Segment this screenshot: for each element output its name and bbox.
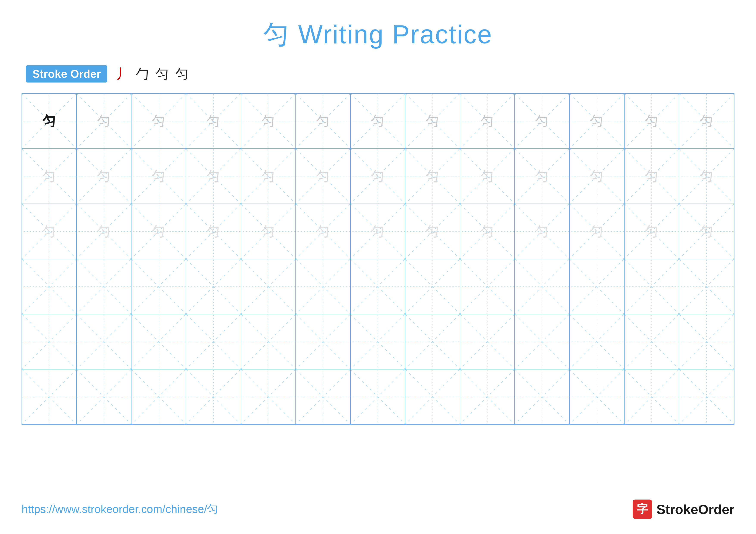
footer-url[interactable]: https://www.strokeorder.com/chinese/匀 (21, 502, 218, 517)
grid-cell[interactable]: 匀 (77, 369, 131, 424)
grid-cell[interactable]: 匀 (570, 204, 624, 259)
grid-cell[interactable]: 匀 (570, 314, 624, 369)
grid-cell[interactable]: 匀 (679, 369, 734, 424)
grid-cell[interactable]: 匀 (460, 259, 515, 314)
page: 匀 Writing Practice Stroke Order 丿 勹 匀 匀 … (0, 0, 756, 534)
grid-cell[interactable]: 匀 (460, 149, 515, 204)
grid-cell[interactable]: 匀 (570, 94, 624, 148)
cell-character: 匀 (262, 335, 275, 348)
grid-cell[interactable]: 匀 (131, 369, 186, 424)
grid-cell[interactable]: 匀 (625, 94, 679, 148)
grid-cell[interactable]: 匀 (131, 314, 186, 369)
grid-cell[interactable]: 匀 (515, 259, 570, 314)
grid-cell[interactable]: 匀 (625, 314, 679, 369)
grid-cell[interactable]: 匀 (186, 314, 241, 369)
grid-cell[interactable]: 匀 (405, 369, 460, 424)
grid-cell[interactable]: 匀 (405, 259, 460, 314)
grid-cell[interactable]: 匀 (186, 94, 241, 148)
grid-cell[interactable]: 匀 (515, 369, 570, 424)
grid-cell[interactable]: 匀 (77, 259, 131, 314)
brand-name: StrokeOrder (657, 502, 735, 517)
grid-row: 匀 匀 匀 匀 匀 匀 匀 匀 (22, 94, 734, 149)
grid-cell[interactable]: 匀 (186, 259, 241, 314)
grid-cell[interactable]: 匀 (351, 259, 405, 314)
grid-cell[interactable]: 匀 (405, 94, 460, 148)
grid-cell[interactable]: 匀 (186, 204, 241, 259)
grid-cell[interactable]: 匀 (405, 204, 460, 259)
cell-character: 匀 (426, 114, 439, 128)
grid-cell[interactable]: 匀 (241, 369, 296, 424)
grid-cell[interactable]: 匀 (296, 369, 351, 424)
stroke-order-badge: Stroke Order (26, 65, 107, 83)
grid-cell[interactable]: 匀 (515, 204, 570, 259)
grid-cell[interactable]: 匀 (351, 369, 405, 424)
grid-cell[interactable]: 匀 (22, 149, 77, 204)
grid-cell[interactable]: 匀 (460, 314, 515, 369)
grid-cell[interactable]: 匀 (351, 94, 405, 148)
grid-cell[interactable]: 匀 (625, 149, 679, 204)
grid-cell[interactable]: 匀 (77, 94, 131, 148)
cell-character: 匀 (207, 390, 220, 403)
cell-character: 匀 (426, 335, 439, 348)
grid-cell[interactable]: 匀 (625, 259, 679, 314)
grid-cell[interactable]: 匀 (131, 94, 186, 148)
grid-cell[interactable]: 匀 (515, 94, 570, 148)
grid-cell[interactable]: 匀 (570, 369, 624, 424)
grid-cell[interactable]: 匀 (241, 149, 296, 204)
cell-character: 匀 (700, 169, 713, 183)
grid-cell[interactable]: 匀 (625, 369, 679, 424)
grid-cell[interactable]: 匀 (625, 204, 679, 259)
grid-cell[interactable]: 匀 (22, 94, 77, 148)
grid-cell[interactable]: 匀 (570, 149, 624, 204)
grid-cell[interactable]: 匀 (241, 314, 296, 369)
grid-cell[interactable]: 匀 (186, 149, 241, 204)
grid-cell[interactable]: 匀 (351, 149, 405, 204)
grid-cell[interactable]: 匀 (296, 259, 351, 314)
grid-cell[interactable]: 匀 (22, 259, 77, 314)
grid-cell[interactable]: 匀 (296, 204, 351, 259)
grid-cell[interactable]: 匀 (351, 204, 405, 259)
grid-cell[interactable]: 匀 (22, 369, 77, 424)
grid-cell[interactable]: 匀 (296, 314, 351, 369)
grid-cell[interactable]: 匀 (405, 314, 460, 369)
grid-cell[interactable]: 匀 (460, 204, 515, 259)
cell-character: 匀 (97, 335, 111, 348)
cell-character: 匀 (42, 225, 56, 238)
cell-character: 匀 (645, 114, 659, 128)
cell-character: 匀 (262, 390, 275, 403)
grid-cell[interactable]: 匀 (131, 149, 186, 204)
grid-cell[interactable]: 匀 (679, 204, 734, 259)
grid-cell[interactable]: 匀 (679, 94, 734, 148)
grid-cell[interactable]: 匀 (241, 204, 296, 259)
cell-character: 匀 (316, 169, 330, 183)
grid-cell[interactable]: 匀 (131, 259, 186, 314)
grid-cell[interactable]: 匀 (241, 259, 296, 314)
grid-cell[interactable]: 匀 (515, 314, 570, 369)
grid-cell[interactable]: 匀 (22, 314, 77, 369)
grid-cell[interactable]: 匀 (351, 314, 405, 369)
grid-cell[interactable]: 匀 (241, 94, 296, 148)
grid-cell[interactable]: 匀 (186, 369, 241, 424)
grid-cell[interactable]: 匀 (296, 149, 351, 204)
grid-cell[interactable]: 匀 (77, 314, 131, 369)
cell-character: 匀 (535, 335, 549, 348)
grid-cell[interactable]: 匀 (22, 204, 77, 259)
cell-character: 匀 (152, 169, 165, 183)
cell-character: 匀 (371, 225, 385, 238)
cell-character: 匀 (481, 335, 494, 348)
grid-cell[interactable]: 匀 (679, 149, 734, 204)
grid-cell[interactable]: 匀 (131, 204, 186, 259)
grid-cell[interactable]: 匀 (77, 149, 131, 204)
cell-character: 匀 (207, 169, 220, 183)
grid-cell[interactable]: 匀 (570, 259, 624, 314)
grid-cell[interactable]: 匀 (405, 149, 460, 204)
grid-cell[interactable]: 匀 (77, 204, 131, 259)
grid-cell[interactable]: 匀 (515, 149, 570, 204)
grid-cell[interactable]: 匀 (460, 369, 515, 424)
cell-character: 匀 (426, 280, 439, 293)
grid-cell[interactable]: 匀 (460, 94, 515, 148)
grid-cell[interactable]: 匀 (679, 259, 734, 314)
grid-cell[interactable]: 匀 (679, 314, 734, 369)
grid-cell[interactable]: 匀 (296, 94, 351, 148)
cell-character: 匀 (645, 280, 659, 293)
